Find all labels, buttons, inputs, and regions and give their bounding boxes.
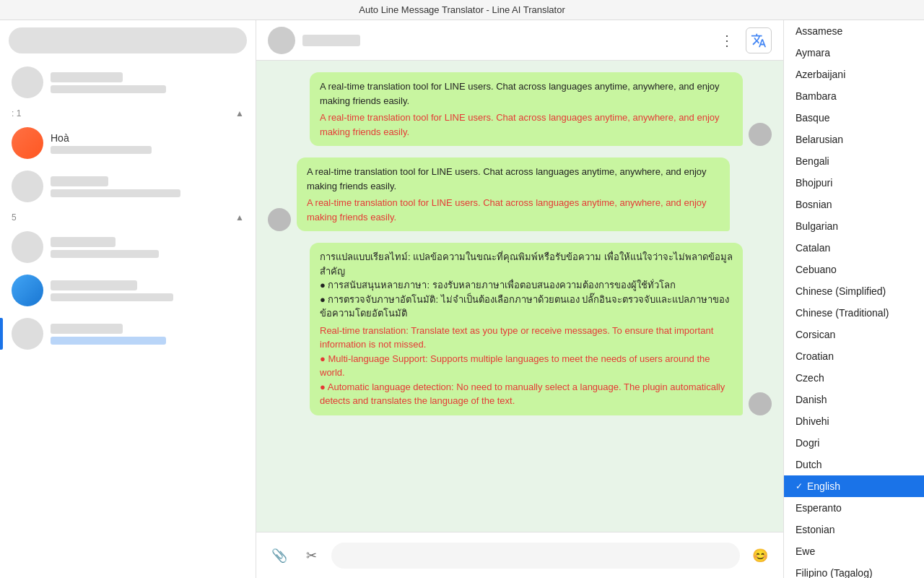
message-bubble: การแปลแบบเรียลไทม์: แปลข้อความในขณะที่คุ… xyxy=(310,243,743,415)
avatar xyxy=(12,127,43,159)
sender-avatar xyxy=(749,392,772,415)
chat-footer: 📎 ✂ 😊 xyxy=(256,532,783,578)
list-item[interactable] xyxy=(0,165,256,208)
active-indicator xyxy=(0,318,3,350)
avatar xyxy=(12,231,43,263)
language-option[interactable]: Ewe xyxy=(784,540,924,562)
sender-avatar xyxy=(268,208,291,231)
sidebar-item-content xyxy=(51,237,244,258)
language-label: Czech xyxy=(796,372,824,384)
more-options-button[interactable]: ⋮ xyxy=(714,29,740,52)
avatar xyxy=(12,275,43,306)
language-option[interactable]: Estonian xyxy=(784,519,924,540)
sidebar-item-name xyxy=(51,324,123,334)
language-label: Ewe xyxy=(796,545,815,557)
chat-header-left xyxy=(268,27,360,54)
message-original-thai: การแปลแบบเรียลไทม์: แปลข้อความในขณะที่คุ… xyxy=(320,250,733,321)
app-title: Auto Line Message Translator - Line AI T… xyxy=(359,4,565,15)
sidebar-group-label-2: 5 ▲ xyxy=(0,208,256,225)
chat-header-actions: ⋮ xyxy=(714,27,772,53)
language-option[interactable]: Filipino (Tagalog) xyxy=(784,562,924,578)
list-item[interactable]: Hoà xyxy=(0,121,256,165)
language-label: Dutch xyxy=(796,459,822,470)
sidebar-item-preview xyxy=(51,293,173,301)
language-option[interactable]: Dhivehi xyxy=(784,410,924,432)
collapse-icon[interactable]: ▲ xyxy=(235,108,244,118)
group-label-2-text: 5 xyxy=(12,212,17,223)
language-label: Dogri xyxy=(796,437,819,449)
sidebar-item-name xyxy=(51,72,123,82)
language-label: Danish xyxy=(796,394,827,405)
language-label: Dhivehi xyxy=(796,415,829,427)
language-label: Esperanto xyxy=(796,502,842,514)
language-option[interactable]: Catalan xyxy=(784,237,924,259)
sidebar-item-name xyxy=(51,280,137,290)
check-icon: ✓ xyxy=(796,481,803,491)
language-option[interactable]: Dogri xyxy=(784,432,924,454)
sidebar-item-name xyxy=(51,237,116,247)
language-label: Aymara xyxy=(796,47,830,59)
sender-avatar xyxy=(749,123,772,146)
message-bubble: A real-time translation tool for LINE us… xyxy=(310,72,743,146)
sidebar-item-content xyxy=(51,280,244,301)
attach-button[interactable]: 📎 xyxy=(268,544,291,567)
language-label: Bosnian xyxy=(796,199,832,210)
language-option[interactable]: Bulgarian xyxy=(784,215,924,237)
language-option[interactable]: Bambara xyxy=(784,85,924,107)
language-option[interactable]: Basque xyxy=(784,107,924,129)
list-item[interactable] xyxy=(0,312,256,355)
sidebar-item-preview xyxy=(51,85,166,93)
translate-button[interactable] xyxy=(746,27,772,53)
message-original-text: A real-time translation tool for LINE us… xyxy=(307,165,720,193)
language-option[interactable]: Assamese xyxy=(784,20,924,42)
language-label: English xyxy=(807,480,840,492)
sidebar-item-content: Hoà xyxy=(51,132,244,154)
sidebar-item-preview xyxy=(51,337,166,345)
language-label: Basque xyxy=(796,112,829,124)
avatar xyxy=(12,171,43,202)
chat-header-avatar xyxy=(268,27,295,54)
sidebar-item-content xyxy=(51,176,244,197)
emoji-button[interactable]: 😊 xyxy=(749,544,772,567)
language-option[interactable]: Croatian xyxy=(784,345,924,367)
language-label: Croatian xyxy=(796,350,834,362)
search-bar[interactable] xyxy=(9,27,247,53)
language-option[interactable]: Chinese (Traditional) xyxy=(784,302,924,324)
language-label: Belarusian xyxy=(796,134,843,145)
sidebar-item-content xyxy=(51,324,244,345)
language-option[interactable]: Cebuano xyxy=(784,259,924,280)
language-option[interactable]: Bengali xyxy=(784,150,924,172)
chat-header-name xyxy=(302,35,360,46)
language-option[interactable]: Czech xyxy=(784,367,924,389)
language-option[interactable]: Danish xyxy=(784,389,924,410)
translate-icon xyxy=(751,33,767,48)
chat-input[interactable] xyxy=(331,543,740,569)
language-option[interactable]: Belarusian xyxy=(784,129,924,150)
language-option[interactable]: Dutch xyxy=(784,454,924,475)
message-row: การแปลแบบเรียลไทม์: แปลข้อความในขณะที่คุ… xyxy=(268,243,772,415)
sidebar-item-preview xyxy=(51,189,180,197)
language-option[interactable]: Bhojpuri xyxy=(784,172,924,194)
language-label: Chinese (Simplified) xyxy=(796,285,886,297)
crop-button[interactable]: ✂ xyxy=(300,544,323,567)
sidebar: : 1 ▲ Hoà 5 ▲ xyxy=(0,20,256,578)
language-option[interactable]: Bosnian xyxy=(784,194,924,215)
language-option[interactable]: ✓English xyxy=(784,475,924,497)
language-dropdown: AssameseAymaraAzerbaijaniBambaraBasqueBe… xyxy=(783,20,924,578)
list-item[interactable] xyxy=(0,225,256,269)
list-item[interactable] xyxy=(0,61,256,104)
language-option[interactable]: Corsican xyxy=(784,324,924,345)
language-option[interactable]: Azerbaijani xyxy=(784,64,924,85)
list-item[interactable] xyxy=(0,269,256,312)
collapse-icon-2[interactable]: ▲ xyxy=(235,212,244,223)
language-label: Corsican xyxy=(796,329,835,340)
language-option[interactable]: Aymara xyxy=(784,42,924,64)
language-label: Estonian xyxy=(796,524,834,535)
language-option[interactable]: Chinese (Simplified) xyxy=(784,280,924,302)
language-option[interactable]: Esperanto xyxy=(784,497,924,519)
language-label: Azerbaijani xyxy=(796,69,845,80)
sidebar-group-label: : 1 ▲ xyxy=(0,104,256,121)
language-label: Cebuano xyxy=(796,264,837,275)
message-row: A real-time translation tool for LINE us… xyxy=(268,158,772,231)
message-bubble: A real-time translation tool for LINE us… xyxy=(297,158,730,231)
